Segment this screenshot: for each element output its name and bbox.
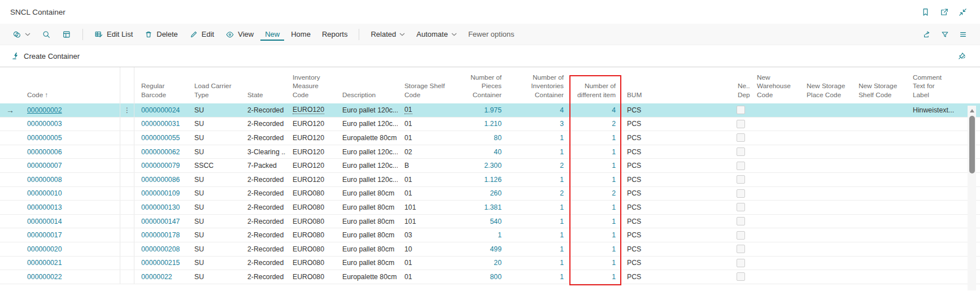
cell-different_items[interactable]: 1 (568, 242, 620, 256)
cell-different_items[interactable]: 2 (568, 118, 620, 131)
cell-different_items[interactable]: 1 (568, 228, 620, 242)
cell-load_carrier_type[interactable]: SU (188, 131, 241, 145)
cell-new_storage_shelf_code[interactable] (852, 187, 906, 201)
cell-barcode[interactable]: 00000022 (134, 270, 188, 284)
column-header-load_carrier_type[interactable]: Load Carrier Type (188, 82, 241, 103)
table-row[interactable]: 0000000060000000062SU3-Clearing ...EURO1… (0, 145, 980, 159)
cell-inventories[interactable]: 1 (506, 242, 568, 256)
table-row[interactable]: 0000000200000000208SU2-RecordedEURO080Eu… (0, 242, 980, 257)
cell-bum[interactable]: PCS (620, 242, 731, 256)
cell-new_storage_place_code[interactable] (800, 215, 852, 228)
cell-new_storage_shelf_code[interactable] (852, 118, 906, 131)
table-row[interactable]: 0000000100000000109SU2-RecordedEURO080Eu… (0, 187, 980, 201)
table-row[interactable]: 00000002200000022SU2-RecordedEURO080Euro… (0, 270, 980, 284)
cell-comment[interactable] (906, 257, 965, 270)
cell-inventories[interactable]: 1 (506, 257, 568, 270)
analysis-mode-button[interactable] (58, 28, 76, 41)
cell-new_storage_place_code[interactable] (800, 173, 852, 186)
row-select-gutter[interactable] (0, 228, 20, 242)
cell-comment[interactable] (906, 201, 965, 214)
cell-code[interactable]: 000000008 (20, 173, 120, 186)
cell-state[interactable]: 2-Recorded (241, 103, 286, 117)
column-header-different_items[interactable]: Number of different item (568, 82, 620, 103)
cell-pieces[interactable]: 40 (452, 145, 506, 159)
cell-code[interactable]: 000000005 (20, 131, 120, 145)
cell-state[interactable]: 2-Recorded (241, 270, 286, 284)
tab-home[interactable]: Home (286, 28, 315, 41)
cell-description[interactable]: Euro pallet 120c... (336, 103, 398, 117)
cell-new_storage_shelf_code[interactable] (852, 201, 906, 214)
cell-state[interactable]: 2-Recorded (241, 173, 286, 186)
cell-inventories[interactable]: 4 (506, 103, 568, 117)
cell-inventories[interactable]: 1 (506, 228, 568, 242)
cell-storage_shelf_code[interactable]: 01 (398, 270, 452, 284)
cell-new_storage_shelf_code[interactable] (852, 103, 906, 117)
cell-new_storage_shelf_code[interactable] (852, 257, 906, 270)
cell-barcode[interactable]: 0000000055 (134, 131, 188, 145)
cell-code[interactable]: 000000010 (20, 187, 120, 201)
cell-description[interactable]: Euro pallet 80cm (336, 257, 398, 270)
cell-bum[interactable]: PCS (620, 103, 731, 117)
cell-state[interactable]: 7-Packed (241, 159, 286, 172)
search-button[interactable] (37, 28, 55, 41)
column-header-description[interactable]: Description (336, 91, 398, 103)
cell-inventory_measure_code[interactable]: EURO080 (286, 270, 336, 284)
row-select-gutter[interactable] (0, 215, 20, 228)
cell-comment[interactable] (906, 145, 965, 159)
cell-bum[interactable]: PCS (620, 145, 731, 159)
cell-code[interactable]: 000000021 (20, 257, 120, 270)
cell-description[interactable]: Europalette 80cm (336, 131, 398, 145)
cell-new_storage_place_code[interactable] (800, 145, 852, 159)
cell-comment[interactable] (906, 242, 965, 256)
column-header-inventory_measure_code[interactable]: Inventory Measure Code (286, 73, 336, 103)
cell-inventory_measure_code[interactable]: EURO120 (286, 103, 336, 117)
column-header-bum[interactable]: BUM (620, 91, 731, 103)
cell-barcode[interactable]: 0000000215 (134, 257, 188, 270)
cell-storage_shelf_code[interactable]: 101 (398, 201, 452, 214)
column-header-new_storage_shelf_code[interactable]: New Storage Shelf Code (852, 82, 906, 103)
cell-new_storage_place_code[interactable] (800, 103, 852, 117)
cell-new_storage_place_code[interactable] (800, 242, 852, 256)
cell-barcode[interactable]: 0000000147 (134, 215, 188, 228)
cell-bum[interactable]: PCS (620, 201, 731, 214)
cell-code[interactable]: 000000020 (20, 242, 120, 256)
cell-new_warehouse_code[interactable] (750, 103, 800, 117)
share-button[interactable] (922, 30, 931, 39)
row-select-gutter[interactable] (0, 131, 20, 145)
cell-pieces[interactable]: 1 (452, 228, 506, 242)
cell-different_items[interactable]: 1 (568, 257, 620, 270)
cell-new_warehouse_code[interactable] (750, 187, 800, 201)
cell-new_storage_shelf_code[interactable] (852, 215, 906, 228)
cell-new_warehouse_code[interactable] (750, 159, 800, 172)
row-select-gutter[interactable] (0, 201, 20, 214)
edit-list-button[interactable]: Edit List (90, 28, 137, 41)
cell-barcode[interactable]: 0000000079 (134, 159, 188, 172)
cell-load_carrier_type[interactable]: SU (188, 270, 241, 284)
cell-bum[interactable]: PCS (620, 187, 731, 201)
cell-inventory_measure_code[interactable]: EURO120 (286, 118, 336, 131)
row-select-gutter[interactable] (0, 257, 20, 270)
cell-code[interactable]: 000000003 (20, 118, 120, 131)
cell-bum[interactable]: PCS (620, 131, 731, 145)
cell-state[interactable]: 2-Recorded (241, 228, 286, 242)
cell-load_carrier_type[interactable]: SU (188, 257, 241, 270)
cell-bum[interactable]: PCS (620, 159, 731, 172)
row-select-gutter[interactable] (0, 173, 20, 186)
cell-load_carrier_type[interactable]: SSCC (188, 159, 241, 172)
cell-new_warehouse_code[interactable] (750, 201, 800, 214)
cell-new_storage_shelf_code[interactable] (852, 145, 906, 159)
cell-new_warehouse_code[interactable] (750, 173, 800, 186)
cell-inventories[interactable]: 1 (506, 173, 568, 186)
cell-new_warehouse_code[interactable] (750, 145, 800, 159)
cell-bum[interactable]: PCS (620, 228, 731, 242)
cell-barcode[interactable]: 0000000208 (134, 242, 188, 256)
cell-storage_shelf_code[interactable]: 01 (398, 131, 452, 145)
table-row[interactable]: 0000000210000000215SU2-RecordedEURO080Eu… (0, 257, 980, 271)
cell-comment[interactable] (906, 270, 965, 284)
cell-load_carrier_type[interactable]: SU (188, 215, 241, 228)
cell-new_storage_shelf_code[interactable] (852, 159, 906, 172)
cell-new_storage_shelf_code[interactable] (852, 131, 906, 145)
cell-pieces[interactable]: 80 (452, 131, 506, 145)
fewer-options-button[interactable]: Fewer options (464, 28, 519, 41)
cell-inventory_measure_code[interactable]: EURO120 (286, 173, 336, 186)
